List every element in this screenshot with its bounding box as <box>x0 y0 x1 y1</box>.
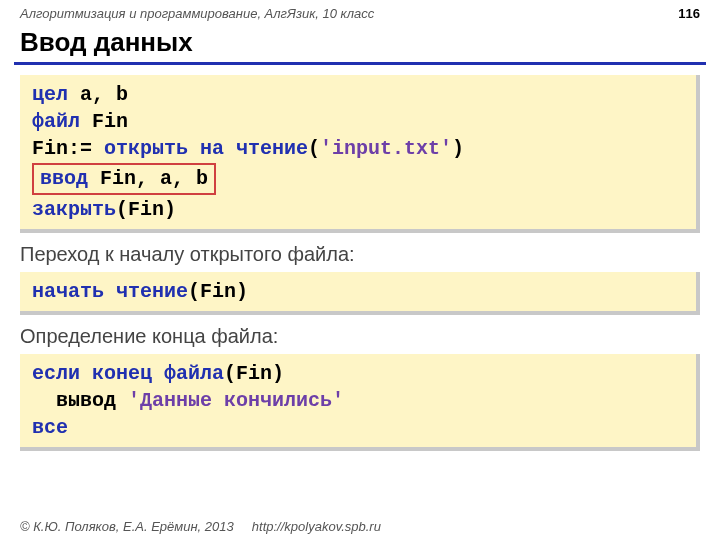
subheading: Переход к началу открытого файла: <box>20 243 700 266</box>
code-block-1: цел a, b файл Fin Fin:= открыть на чтени… <box>20 75 700 233</box>
slide-content: цел a, b файл Fin Fin:= открыть на чтени… <box>0 75 720 451</box>
slide-meta: Алгоритмизация и программирование, АлгЯз… <box>0 0 720 21</box>
subheading: Определение конца файла: <box>20 325 700 348</box>
code-line: все <box>32 414 684 441</box>
highlight-box: ввод Fin, a, b <box>32 163 216 195</box>
code-block-2: начать чтение(Fin) <box>20 272 700 315</box>
code-line: закрыть(Fin) <box>32 196 684 223</box>
code-line: файл Fin <box>32 108 684 135</box>
code-block-3: если конец файла(Fin) вывод 'Данные конч… <box>20 354 700 451</box>
code-line: начать чтение(Fin) <box>32 278 684 305</box>
footer: © К.Ю. Поляков, Е.А. Ерёмин, 2013 http:/… <box>20 519 381 534</box>
slide-title: Ввод данных <box>0 21 720 62</box>
copyright: © К.Ю. Поляков, Е.А. Ерёмин, 2013 <box>20 519 234 534</box>
page-number: 116 <box>678 6 700 21</box>
footer-url: http://kpolyakov.spb.ru <box>252 519 381 534</box>
code-line: Fin:= открыть на чтение('input.txt') <box>32 135 684 162</box>
code-line: вывод 'Данные кончились' <box>32 387 684 414</box>
code-line-highlighted: ввод Fin, a, b <box>32 162 684 196</box>
title-underline <box>14 62 706 65</box>
code-line: если конец файла(Fin) <box>32 360 684 387</box>
code-line: цел a, b <box>32 81 684 108</box>
course-title: Алгоритмизация и программирование, АлгЯз… <box>20 6 374 21</box>
